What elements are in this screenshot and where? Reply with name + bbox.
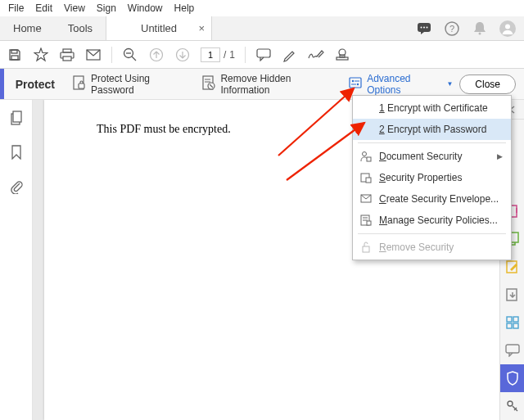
- remove-hidden-info-label: Remove Hidden Information: [220, 73, 336, 96]
- submenu-caret-icon: ▶: [497, 152, 503, 160]
- svg-rect-13: [63, 56, 71, 61]
- svg-rect-48: [506, 345, 519, 353]
- protect-using-password-label: Protect Using Password: [91, 73, 189, 96]
- organize-tool-icon[interactable]: [500, 309, 525, 336]
- accent-bar: [0, 69, 4, 99]
- unlock-icon: [359, 241, 373, 254]
- close-tab-icon[interactable]: ×: [198, 22, 205, 34]
- menu-create-envelope[interactable]: Create Security Envelope...: [353, 188, 511, 210]
- zoom-out-icon[interactable]: [122, 47, 138, 63]
- menu-encrypt-certificate[interactable]: 1 Encrypt with Certificate: [353, 97, 511, 119]
- menu-manage-policies[interactable]: Manage Security Policies...: [353, 210, 511, 231]
- menu-security-properties[interactable]: Security Properties: [353, 167, 511, 188]
- save-icon[interactable]: [7, 47, 23, 63]
- comment-tool-panel-icon[interactable]: [500, 336, 525, 364]
- properties-lock-icon: [359, 171, 373, 184]
- menu-manage-policies-label: Manage Security Policies...: [379, 215, 498, 226]
- close-button[interactable]: Close: [459, 75, 516, 94]
- svg-rect-31: [350, 78, 361, 88]
- account-icon[interactable]: [499, 20, 516, 37]
- menu-help[interactable]: Help: [169, 1, 200, 16]
- menu-sign[interactable]: Sign: [92, 1, 121, 16]
- svg-rect-20: [257, 49, 270, 57]
- page-up-icon[interactable]: [148, 47, 165, 63]
- svg-point-32: [352, 80, 354, 82]
- svg-rect-25: [79, 84, 84, 88]
- thumbnails-icon[interactable]: [8, 110, 25, 126]
- menu-window[interactable]: Window: [123, 1, 168, 16]
- protect-tool-icon[interactable]: [500, 364, 525, 392]
- svg-rect-9: [11, 50, 17, 53]
- protect-using-password-button[interactable]: Protect Using Password: [66, 70, 196, 99]
- tab-document[interactable]: Untitled ×: [106, 16, 212, 40]
- bell-icon[interactable]: [472, 20, 488, 37]
- advanced-icon: [349, 76, 362, 92]
- more-tools-icon[interactable]: [500, 392, 525, 420]
- menu-document-security[interactable]: Document Security ▶: [353, 146, 511, 167]
- menu-remove-security: Remove Security: [353, 237, 511, 258]
- svg-rect-46: [507, 323, 512, 328]
- star-icon[interactable]: [33, 47, 49, 63]
- lock-page-icon: [73, 75, 86, 93]
- menu-encrypt-certificate-label: 1 Encrypt with Certificate: [379, 102, 488, 114]
- svg-point-6: [479, 32, 481, 34]
- svg-text:?: ?: [449, 24, 454, 34]
- menu-separator: [358, 142, 506, 143]
- help-icon[interactable]: ?: [444, 20, 460, 37]
- comment-tool-icon[interactable]: [255, 47, 272, 63]
- page-indicator: /1: [201, 47, 235, 62]
- export-tool-icon[interactable]: [500, 281, 525, 309]
- svg-rect-23: [337, 57, 348, 60]
- chevron-down-icon: ▼: [446, 80, 453, 88]
- menu-remove-security-label: Remove Security: [379, 242, 454, 253]
- main-toolbar: /1: [0, 41, 524, 69]
- menu-separator: [358, 233, 506, 234]
- tab-document-label: Untitled: [141, 22, 177, 34]
- svg-rect-53: [366, 178, 371, 183]
- svg-point-33: [357, 84, 359, 85]
- menu-encrypt-password-label: 2 Encrypt with Password: [379, 124, 486, 135]
- menu-edit[interactable]: Edit: [30, 1, 57, 16]
- highlight-icon[interactable]: [282, 47, 298, 63]
- remove-hidden-info-button[interactable]: Remove Hidden Information: [196, 70, 342, 99]
- svg-rect-37: [13, 111, 21, 122]
- envelope-icon: [359, 192, 373, 205]
- svg-point-50: [363, 152, 367, 156]
- tab-bar: Home Tools Untitled × ?: [0, 16, 524, 41]
- page-down-icon[interactable]: [174, 47, 191, 63]
- menu-security-properties-label: Security Properties: [379, 172, 462, 183]
- print-icon[interactable]: [59, 47, 75, 63]
- comment-icon[interactable]: [416, 20, 432, 37]
- bookmark-icon[interactable]: [8, 144, 25, 160]
- advanced-options-menu: 1 Encrypt with Certificate 2 Encrypt wit…: [352, 95, 512, 260]
- mail-icon[interactable]: [85, 47, 102, 63]
- svg-rect-43: [507, 289, 517, 300]
- menu-bar: File Edit View Sign Window Help: [0, 0, 524, 16]
- remove-page-icon: [202, 75, 215, 93]
- svg-rect-10: [11, 56, 18, 60]
- person-lock-icon: [359, 150, 373, 163]
- menu-view[interactable]: View: [59, 1, 90, 16]
- svg-point-2: [423, 26, 425, 28]
- tab-tools[interactable]: Tools: [55, 16, 106, 40]
- page-current-input[interactable]: [201, 47, 220, 62]
- menu-document-security-label: Document Security: [379, 151, 462, 162]
- tab-home[interactable]: Home: [0, 16, 55, 40]
- policies-icon: [359, 214, 373, 227]
- menu-file[interactable]: File: [3, 1, 29, 16]
- svg-rect-45: [513, 317, 518, 322]
- svg-rect-51: [367, 157, 371, 161]
- stamp-icon[interactable]: [334, 47, 350, 63]
- svg-rect-59: [363, 246, 369, 252]
- sign-icon[interactable]: [308, 47, 324, 63]
- svg-point-1: [421, 26, 422, 28]
- protect-title: Protect: [16, 78, 55, 91]
- menu-encrypt-password[interactable]: 2 Encrypt with Password: [353, 119, 511, 140]
- attachment-icon[interactable]: [8, 178, 25, 195]
- page-total: 1: [229, 49, 235, 61]
- svg-rect-44: [507, 317, 512, 322]
- svg-rect-58: [367, 221, 371, 225]
- svg-rect-47: [513, 323, 518, 328]
- left-rail: [0, 100, 33, 420]
- svg-point-3: [427, 26, 428, 28]
